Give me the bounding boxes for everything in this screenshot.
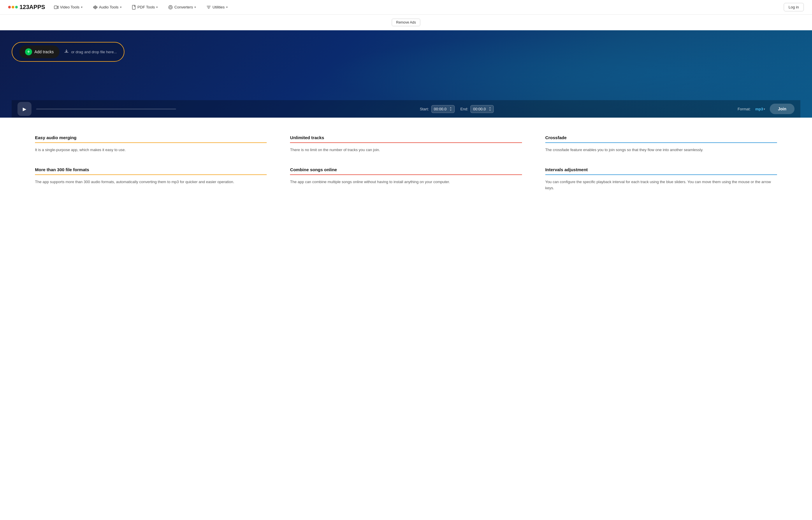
chevron-down-icon: ▾ xyxy=(81,5,82,9)
feature-item-more-than-300-formats: More than 300 file formatsThe app suppor… xyxy=(35,167,267,191)
ads-bar: Remove Ads xyxy=(0,15,812,30)
feature-divider xyxy=(545,142,777,143)
svg-rect-4 xyxy=(96,6,96,9)
feature-item-unlimited-tracks: Unlimited tracksThere is no limit on the… xyxy=(290,135,522,153)
chevron-down-icon: ▾ xyxy=(156,5,158,9)
feature-divider xyxy=(35,174,267,175)
svg-rect-2 xyxy=(94,6,95,9)
svg-rect-1 xyxy=(93,6,94,8)
player-bar: ▶ Start: 00:00.0 ▲ ▼ End: 00:00.0 xyxy=(12,100,800,118)
logo[interactable]: 123APPS xyxy=(8,4,45,10)
chevron-down-icon: ▾ xyxy=(120,5,122,9)
login-button[interactable]: Log in xyxy=(784,3,804,11)
dot-red xyxy=(8,6,11,8)
start-time-value: 00:00.0 xyxy=(434,107,446,111)
features-section: Easy audio mergingIt is a single-purpose… xyxy=(0,118,812,208)
nav-label-utilities: Utilities xyxy=(213,5,225,9)
pdf-icon xyxy=(132,5,136,9)
drag-drop-area: or drag and drop file here... xyxy=(64,49,117,55)
add-tracks-button[interactable]: + Add tracks xyxy=(19,46,59,58)
waveform xyxy=(36,109,176,109)
nav-label-pdf-tools: PDF Tools xyxy=(138,5,155,9)
spinner-up-icon[interactable]: ▲ xyxy=(450,107,452,109)
format-label: Format: xyxy=(738,107,751,111)
format-chevron-icon: ▾ xyxy=(764,107,765,111)
start-time-spinners: ▲ ▼ xyxy=(450,107,452,111)
chevron-down-icon: ▾ xyxy=(194,5,196,9)
feature-item-combine-songs-online: Combine songs onlineThe app can combine … xyxy=(290,167,522,191)
features-grid: Easy audio mergingIt is a single-purpose… xyxy=(35,135,777,191)
video-icon xyxy=(54,5,58,9)
feature-text: The app can combine multiple songs onlin… xyxy=(290,179,522,185)
play-icon: ▶ xyxy=(23,106,26,112)
nav-item-audio-tools[interactable]: Audio Tools ▾ xyxy=(91,4,123,11)
player-left: ▶ xyxy=(18,102,176,116)
upload-area[interactable]: + Add tracks or drag and drop file here.… xyxy=(12,42,124,62)
navbar-left: 123APPS Video Tools ▾ Audio Tools ▾ PDF … xyxy=(8,4,229,11)
end-time-value: 00:00.0 xyxy=(473,107,486,111)
nav-label-audio-tools: Audio Tools xyxy=(99,5,119,9)
player-right: Format: mp3 ▾ Join xyxy=(738,104,794,114)
feature-text: The crossfade feature enables you to joi… xyxy=(545,147,777,153)
plus-circle-icon: + xyxy=(25,48,32,55)
feature-item-intervals-adjustment: Intervals adjustmentYou can configure th… xyxy=(545,167,777,191)
drag-drop-label: or drag and drop file here... xyxy=(71,50,117,54)
svg-rect-6 xyxy=(132,5,135,9)
feature-title: Unlimited tracks xyxy=(290,135,522,140)
svg-rect-3 xyxy=(95,5,96,9)
convert-icon xyxy=(168,5,173,9)
feature-text: There is no limit on the number of track… xyxy=(290,147,522,153)
feature-text: The app supports more than 300 audio for… xyxy=(35,179,267,185)
feature-text: You can configure the specific playback … xyxy=(545,179,777,191)
logo-text: 123APPS xyxy=(20,4,45,10)
nav-item-utilities[interactable]: Utilities ▾ xyxy=(204,4,229,11)
format-selector[interactable]: mp3 ▾ xyxy=(755,107,765,111)
nav-item-converters[interactable]: Converters ▾ xyxy=(167,4,198,11)
utility-icon xyxy=(206,5,211,9)
hero-section: + Add tracks or drag and drop file here.… xyxy=(0,30,812,118)
dot-yellow xyxy=(12,6,14,8)
player-center: Start: 00:00.0 ▲ ▼ End: 00:00.0 ▲ ▼ xyxy=(420,105,494,113)
play-button[interactable]: ▶ xyxy=(18,102,31,116)
nav-label-converters: Converters xyxy=(174,5,193,9)
svg-rect-0 xyxy=(54,6,57,9)
start-time-input[interactable]: 00:00.0 ▲ ▼ xyxy=(432,105,455,113)
end-time-field: End: 00:00.0 ▲ ▼ xyxy=(461,105,494,113)
chevron-down-icon: ▾ xyxy=(226,5,228,9)
add-tracks-label: Add tracks xyxy=(34,50,54,54)
format-value: mp3 xyxy=(755,107,763,111)
svg-rect-5 xyxy=(97,6,97,8)
feature-title: Crossfade xyxy=(545,135,777,140)
dot-green xyxy=(15,6,18,8)
remove-ads-button[interactable]: Remove Ads xyxy=(392,19,420,26)
start-time-field: Start: 00:00.0 ▲ ▼ xyxy=(420,105,454,113)
feature-divider xyxy=(545,174,777,175)
end-label: End: xyxy=(461,107,468,111)
nav-item-pdf-tools[interactable]: PDF Tools ▾ xyxy=(130,4,160,11)
feature-text: It is a single-purpose app, which makes … xyxy=(35,147,267,153)
feature-divider xyxy=(290,174,522,175)
feature-item-crossfade: CrossfadeThe crossfade feature enables y… xyxy=(545,135,777,153)
navbar: 123APPS Video Tools ▾ Audio Tools ▾ PDF … xyxy=(0,0,812,15)
nav-label-video-tools: Video Tools xyxy=(60,5,79,9)
feature-title: Intervals adjustment xyxy=(545,167,777,172)
nav-item-video-tools[interactable]: Video Tools ▾ xyxy=(52,4,84,11)
start-label: Start: xyxy=(420,107,429,111)
end-time-spinners: ▲ ▼ xyxy=(489,107,491,111)
feature-title: Easy audio merging xyxy=(35,135,267,140)
spinner-down-icon[interactable]: ▼ xyxy=(489,109,491,111)
feature-title: Combine songs online xyxy=(290,167,522,172)
feature-item-easy-audio-merging: Easy audio mergingIt is a single-purpose… xyxy=(35,135,267,153)
feature-divider xyxy=(290,142,522,143)
end-time-input[interactable]: 00:00.0 ▲ ▼ xyxy=(470,105,494,113)
spinner-down-icon[interactable]: ▼ xyxy=(450,109,452,111)
audio-icon xyxy=(93,5,98,9)
join-button[interactable]: Join xyxy=(770,104,794,114)
feature-divider xyxy=(35,142,267,143)
download-icon xyxy=(64,49,69,55)
spinner-up-icon[interactable]: ▲ xyxy=(489,107,491,109)
feature-title: More than 300 file formats xyxy=(35,167,267,172)
svg-point-7 xyxy=(169,5,173,9)
logo-dots xyxy=(8,6,18,8)
